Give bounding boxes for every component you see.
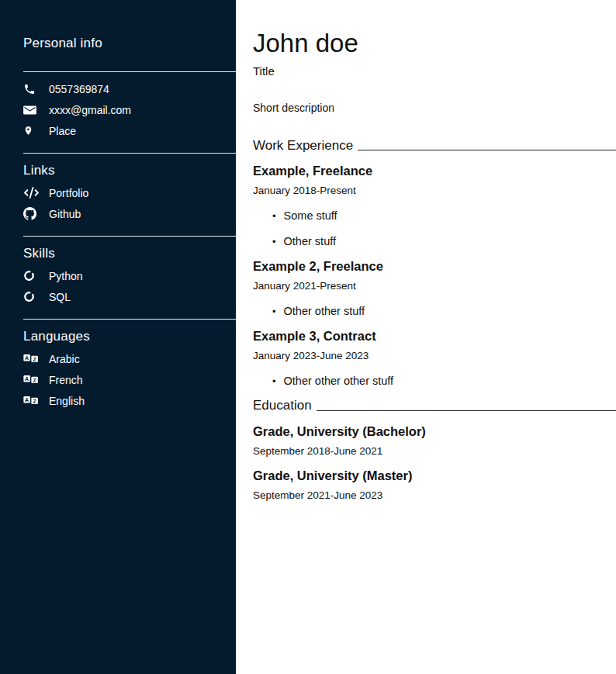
section-rule [358,150,616,150]
translate-icon: AZ [23,354,40,364]
education-entry-title: Grade, University (Bachelor) [253,424,616,438]
portfolio-label: Portfolio [49,187,88,199]
skill-label: Python [49,270,83,282]
section-rule [317,410,616,411]
work-entry-date: January 2023-June 2023 [253,351,616,362]
work-entry-title: Example 3, Contract [253,329,616,343]
personal-info-heading: Personal info [23,36,236,51]
svg-text:A: A [25,397,29,403]
bullet-text: Other other stuff [284,305,365,317]
work-entry-bullets: Other other other stuff [253,374,616,388]
language-label: French [49,374,83,386]
work-entry-bullets: Some stuff Other stuff [253,209,616,248]
work-entry-date: January 2021-Present [253,281,616,292]
languages-heading: Languages [23,329,236,344]
personal-info-list: 0557369874 xxxx@gmail.com Place [23,78,236,141]
education-heading-label: Education [253,399,312,413]
bullet-text: Some stuff [284,209,337,222]
work-entry-date: January 2018-Present [253,185,616,197]
email-address: xxxx@gmail.com [49,104,131,116]
location-icon [23,124,40,137]
work-experience-heading-label: Work Experience [253,139,353,154]
work-entry-bullets: Other other stuff [253,304,616,318]
education-entry-date: September 2018-June 2021 [253,446,616,458]
github-label: Github [49,208,81,220]
skills-list: Python SQL [23,265,236,307]
skills-heading: Skills [23,246,236,261]
email-item: xxxx@gmail.com [23,99,236,120]
bullet-item: Some stuff [272,209,616,223]
skill-label: SQL [49,291,71,303]
email-icon [23,105,40,116]
sidebar: Personal info 0557369874 xxxx@gmail.com … [0,0,236,674]
github-link[interactable]: Github [23,203,236,224]
language-item: AZ Arabic [23,348,236,369]
work-entry-title: Example 2, Freelance [253,259,616,273]
work-experience-section-heading: Work Experience [253,139,616,154]
education-entry-title: Grade, University (Master) [253,468,616,482]
github-icon [23,207,40,220]
work-entry-title: Example, Freelance [253,164,616,178]
bullet-item: Other stuff [272,234,616,248]
candidate-name: John doe [253,28,616,59]
languages-list: AZ Arabic AZ French AZ English [23,348,236,411]
translate-icon: AZ [23,375,40,385]
phone-number: 0557369874 [49,83,109,95]
links-list: Portfolio Github [23,182,236,224]
bullet-text: Other other other stuff [284,375,394,387]
divider [23,153,236,154]
bullet-item: Other other other stuff [272,374,616,388]
language-label: English [49,395,85,407]
skill-item: SQL [23,286,236,307]
code-icon [23,187,40,199]
divider [23,71,236,72]
links-heading: Links [23,163,236,178]
portfolio-link[interactable]: Portfolio [23,182,236,203]
main-content: John doe Title Short description Work Ex… [236,0,616,674]
svg-text:A: A [25,355,29,361]
translate-icon: AZ [23,396,40,406]
phone-item: 0557369874 [23,78,236,99]
skill-item: Python [23,265,236,286]
circle-notch-icon [23,270,40,282]
divider [23,319,236,320]
education-section-heading: Education [253,399,616,413]
divider [23,236,236,237]
education-entry-date: September 2021-June 2023 [253,490,616,502]
location-label: Place [49,125,76,137]
phone-icon [23,83,40,95]
language-item: AZ French [23,369,236,390]
location-item: Place [23,120,236,141]
bullet-text: Other stuff [284,235,336,247]
svg-text:A: A [25,376,29,382]
language-item: AZ English [23,390,236,411]
bullet-item: Other other stuff [272,304,616,318]
short-description: Short description [253,102,616,114]
candidate-title: Title [253,64,616,78]
circle-notch-icon [23,291,40,302]
language-label: Arabic [49,353,80,365]
